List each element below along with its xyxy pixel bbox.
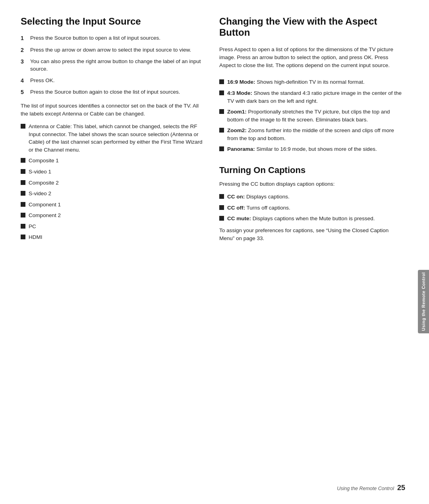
left-column: Selecting the Input Source 1Press the So… [21,16,203,480]
steps-list: 1Press the Source button to open a list … [21,34,203,96]
bullet-item: CC on: Displays captions. [219,193,402,201]
bullet-text: HDMI [29,233,43,241]
bullet-text: PC [29,223,36,231]
bullet-text: Antenna or Cable: This label, which cann… [29,123,203,154]
step-num: 1 [21,34,28,42]
step-num: 2 [21,46,28,54]
side-tab-label: Using the Remote Control [421,272,426,331]
bullet-item: Panorama: Similar to 16:9 mode, but show… [219,145,402,153]
bullet-icon [21,191,25,196]
bullet-icon [219,216,224,221]
step-num: 4 [21,77,28,85]
bullet-text: Component 1 [29,201,61,209]
step-text: Press the Source button to open a list o… [30,34,160,42]
bullet-icon [21,124,25,129]
bullet-item: HDMI [21,233,203,241]
step-item: 2Press the up arrow or down arrow to sel… [21,46,203,54]
step-text: Press OK. [30,77,55,85]
bullet-text: Panorama: Similar to 16:9 mode, but show… [227,145,377,153]
bullet-item: Zoom2: Zooms further into the middle of … [219,127,402,142]
bullet-text: Zoom1: Proportionally stretches the TV p… [227,108,402,123]
step-text: Press the up arrow or down arrow to sele… [30,46,191,54]
left-bullets: Antenna or Cable: This label, which cann… [21,123,203,241]
step-item: 4Press OK. [21,77,203,85]
bullet-icon [21,224,25,229]
right-footer-text: To assign your preferences for captions,… [219,227,402,243]
bullet-icon [219,79,224,84]
bullet-text: S-video 2 [29,190,51,198]
bullet-icon [219,109,224,114]
step-num: 5 [21,88,28,96]
page-footer: Using the Remote Control 25 [337,484,405,492]
bullet-icon [21,158,25,163]
bullet-item: CC mute: Displays captions when the Mute… [219,215,402,223]
bullet-text: S-video 1 [29,168,51,176]
side-tab: Using the Remote Control [418,270,429,333]
bullet-icon [219,194,224,199]
step-text: Press the Source button again to close t… [30,88,180,96]
bullet-item: Zoom1: Proportionally stretches the TV p… [219,108,402,123]
bullet-text: 16:9 Mode: Shows high-definition TV in i… [227,78,365,86]
bullet-icon [219,146,224,151]
bullet-icon [21,169,25,174]
bullet-icon [21,213,25,217]
bullet-text: Zoom2: Zooms further into the middle of … [227,127,402,142]
right-title-1: Changing the View with the Aspect Button [219,16,402,38]
step-item: 3You can also press the right arrow butt… [21,58,203,73]
step-item: 5Press the Source button again to close … [21,88,203,96]
footer-page: 25 [397,484,405,492]
left-title: Selecting the Input Source [21,16,203,27]
step-item: 1Press the Source button to open a list … [21,34,203,42]
bullet-item: Antenna or Cable: This label, which cann… [21,123,203,154]
right-bullets-1: 16:9 Mode: Shows high-definition TV in i… [219,78,402,153]
right-bullets-2: CC on: Displays captions.CC off: Turns o… [219,193,402,223]
left-body: The list of input sources identifies a c… [21,102,203,118]
bullet-icon [21,202,25,207]
bullet-text: Component 2 [29,212,61,219]
page-container: Selecting the Input Source 1Press the So… [0,0,429,504]
step-text: You can also press the right arrow butto… [30,58,203,73]
bullet-item: 4:3 Mode: Shows the standard 4:3 ratio p… [219,89,402,105]
step-num: 3 [21,58,28,65]
bullet-item: PC [21,223,203,231]
bullet-item: 16:9 Mode: Shows high-definition TV in i… [219,78,402,86]
bullet-icon [219,128,224,133]
bullet-item: S-video 1 [21,168,203,176]
bullet-item: Composite 1 [21,157,203,165]
bullet-text: Composite 2 [29,179,59,187]
bullet-text: CC off: Turns off captions. [227,204,290,212]
bullet-icon [219,205,224,210]
bullet-item: S-video 2 [21,190,203,198]
bullet-icon [21,235,25,239]
bullet-text: CC on: Displays captions. [227,193,290,201]
bullet-text: Composite 1 [29,157,59,165]
bullet-item: Component 2 [21,212,203,219]
bullet-icon [219,90,224,95]
bullet-item: Composite 2 [21,179,203,187]
bullet-icon [21,180,25,185]
right-title-2: Turning On Captions [219,165,402,175]
right-intro-2: Pressing the CC button displays caption … [219,180,402,188]
bullet-text: 4:3 Mode: Shows the standard 4:3 ratio p… [227,89,402,105]
bullet-text: CC mute: Displays captions when the Mute… [227,215,375,223]
footer-italic: Using the Remote Control [337,486,394,491]
bullet-item: CC off: Turns off captions. [219,204,402,212]
right-body-1: Press Aspect to open a list of options f… [219,46,402,70]
right-column: Changing the View with the Aspect Button… [219,16,402,480]
bullet-item: Component 1 [21,201,203,209]
